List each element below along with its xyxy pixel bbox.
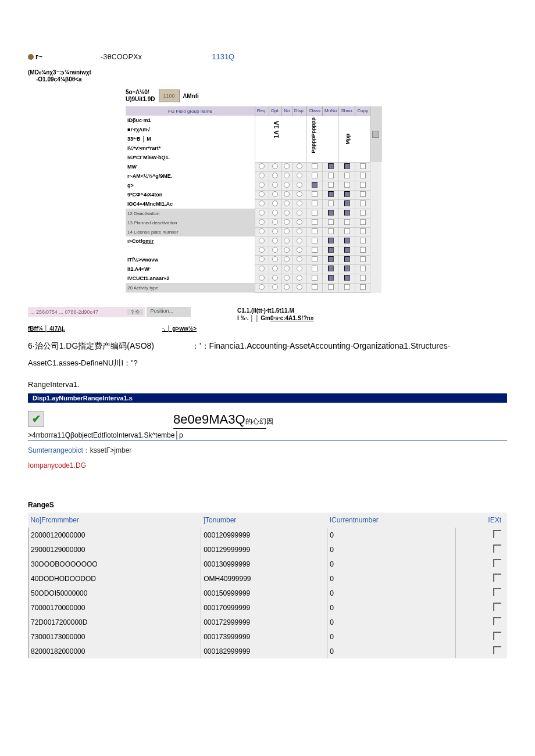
- checkbox-cell[interactable]: [323, 283, 339, 292]
- checkbox-cell[interactable]: [323, 274, 339, 283]
- checkbox-cell[interactable]: [269, 274, 281, 283]
- checkbox-cell[interactable]: [281, 209, 292, 218]
- checkbox-cell[interactable]: [292, 283, 306, 292]
- ext-cell[interactable]: [456, 528, 507, 542]
- checkbox-cell[interactable]: [307, 274, 323, 283]
- checkbox-cell[interactable]: [255, 264, 269, 274]
- ext-cell[interactable]: [456, 629, 507, 644]
- checkbox-cell[interactable]: [307, 246, 323, 255]
- checkbox-cell[interactable]: [281, 171, 292, 181]
- ext-cell[interactable]: [456, 571, 507, 586]
- checkbox-cell[interactable]: [255, 218, 269, 227]
- checkbox-cell[interactable]: [255, 227, 269, 237]
- checkbox-cell[interactable]: [307, 237, 323, 246]
- checkbox-cell[interactable]: [307, 218, 323, 227]
- checkbox-cell[interactable]: [355, 171, 370, 181]
- status-icons[interactable]: ? ⟲: [127, 309, 144, 315]
- checkbox-cell[interactable]: [323, 255, 339, 264]
- checkbox-cell[interactable]: [307, 181, 323, 190]
- checkbox-cell[interactable]: [281, 227, 292, 237]
- grid-number-input[interactable]: 1100: [159, 89, 180, 102]
- checkbox-cell[interactable]: [281, 255, 292, 264]
- checkbox-cell[interactable]: [323, 209, 339, 218]
- checkbox-cell[interactable]: [281, 190, 292, 199]
- checkbox-cell[interactable]: [307, 171, 323, 181]
- checkbox-cell[interactable]: [323, 171, 339, 181]
- scroll-up-icon[interactable]: [372, 131, 379, 138]
- position-button[interactable]: Position...: [147, 307, 191, 317]
- checkbox-cell[interactable]: [307, 283, 323, 292]
- checkbox-cell[interactable]: [281, 264, 292, 274]
- checkbox-cell[interactable]: [255, 255, 269, 264]
- checkbox-cell[interactable]: [355, 227, 370, 237]
- checkbox-cell[interactable]: [255, 274, 269, 283]
- checkbox-cell[interactable]: [307, 264, 323, 274]
- checkbox-cell[interactable]: [355, 181, 370, 190]
- checkbox-cell[interactable]: [355, 162, 370, 171]
- checkbox-cell[interactable]: [339, 218, 355, 227]
- checkbox-cell[interactable]: [255, 246, 269, 255]
- checkbox-cell[interactable]: [323, 218, 339, 227]
- ext-cell[interactable]: [456, 586, 507, 600]
- checkbox-cell[interactable]: [292, 237, 306, 246]
- checkbox-cell[interactable]: [255, 162, 269, 171]
- checkbox-cell[interactable]: [269, 209, 281, 218]
- checkbox-cell[interactable]: [339, 264, 355, 274]
- ext-cell[interactable]: [456, 644, 507, 658]
- checkbox-cell[interactable]: [339, 199, 355, 209]
- checkbox-cell[interactable]: [355, 246, 370, 255]
- checkbox-cell[interactable]: [281, 199, 292, 209]
- checkbox-cell[interactable]: [281, 181, 292, 190]
- checkbox-cell[interactable]: [292, 162, 306, 171]
- checkbox-cell[interactable]: [255, 181, 269, 190]
- checkbox-cell[interactable]: [269, 227, 281, 237]
- checkbox-cell[interactable]: [281, 162, 292, 171]
- checkbox-cell[interactable]: [323, 199, 339, 209]
- checkbox-cell[interactable]: [339, 255, 355, 264]
- checkbox-cell[interactable]: [339, 274, 355, 283]
- checkbox-cell[interactable]: [255, 237, 269, 246]
- checkbox-cell[interactable]: [281, 237, 292, 246]
- checkbox-cell[interactable]: [292, 181, 306, 190]
- checkbox-cell[interactable]: [307, 227, 323, 237]
- ext-cell[interactable]: [456, 557, 507, 571]
- mid-link-left[interactable]: fBff¼ │ 4i7Λj.: [28, 325, 65, 332]
- checkbox-cell[interactable]: [269, 171, 281, 181]
- checkbox-cell[interactable]: [307, 209, 323, 218]
- checkbox-cell[interactable]: [355, 209, 370, 218]
- checkbox-cell[interactable]: [269, 181, 281, 190]
- checkbox-cell[interactable]: [339, 181, 355, 190]
- checkbox-cell[interactable]: [269, 246, 281, 255]
- checkbox-cell[interactable]: [292, 190, 306, 199]
- checkbox-cell[interactable]: [307, 255, 323, 264]
- ext-cell[interactable]: [456, 615, 507, 629]
- checkbox-cell[interactable]: [339, 283, 355, 292]
- checkbox-cell[interactable]: [323, 237, 339, 246]
- ext-cell[interactable]: [456, 542, 507, 557]
- checkbox-cell[interactable]: [307, 162, 323, 171]
- checkbox-cell[interactable]: [255, 171, 269, 181]
- checkbox-cell[interactable]: [292, 199, 306, 209]
- checkbox-cell[interactable]: [355, 237, 370, 246]
- scrollbar[interactable]: [370, 106, 381, 162]
- checkbox-cell[interactable]: [269, 218, 281, 227]
- checkbox-cell[interactable]: [281, 218, 292, 227]
- checkbox-cell[interactable]: [281, 274, 292, 283]
- checkbox-cell[interactable]: [339, 227, 355, 237]
- checkbox-cell[interactable]: [255, 283, 269, 292]
- checkbox-cell[interactable]: [292, 209, 306, 218]
- checkbox-cell[interactable]: [292, 274, 306, 283]
- checkbox-cell[interactable]: [355, 255, 370, 264]
- checkbox-cell[interactable]: [339, 237, 355, 246]
- checkbox-cell[interactable]: [269, 162, 281, 171]
- checkbox-cell[interactable]: [292, 264, 306, 274]
- checkbox-cell[interactable]: [269, 264, 281, 274]
- checkbox-cell[interactable]: [292, 171, 306, 181]
- checkbox-cell[interactable]: [355, 190, 370, 199]
- checkbox-cell[interactable]: [339, 190, 355, 199]
- checkbox-cell[interactable]: [355, 199, 370, 209]
- ext-cell[interactable]: [456, 600, 507, 615]
- checkbox-cell[interactable]: [269, 199, 281, 209]
- checkbox-cell[interactable]: [355, 283, 370, 292]
- checkbox-cell[interactable]: [269, 255, 281, 264]
